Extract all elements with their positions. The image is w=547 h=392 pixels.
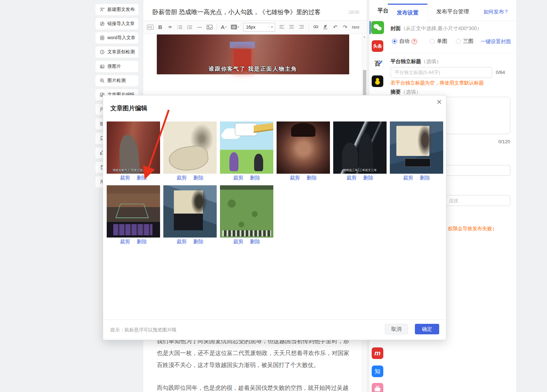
crop-link[interactable]: 裁剪 (403, 175, 413, 181)
word-import-icon (99, 35, 105, 41)
font-color-icon[interactable]: A▾ (221, 23, 227, 31)
thumb-decor (405, 158, 430, 167)
crop-link[interactable]: 裁剪 (233, 175, 244, 181)
platform-selected-bar (370, 21, 371, 34)
image-edit-modal: 文章图片编辑 × 谁跟你客气了 我是正面人物主角 明明说三年, 三年后又三年 (103, 95, 446, 340)
bg-color-icon[interactable]: ab▾ (231, 23, 239, 31)
image-thumb-game-scroll[interactable] (163, 185, 217, 238)
zhihu-icon[interactable]: 知 (372, 366, 383, 377)
horizontal-rule-icon[interactable]: — (197, 23, 203, 31)
image-ops: 裁剪删除 (390, 175, 443, 181)
delete-link[interactable]: 删除 (137, 239, 147, 245)
image-ops: 裁剪删除 (220, 175, 273, 181)
cover-option-auto[interactable]: 自动 ? (392, 38, 417, 45)
delete-link[interactable]: 删除 (250, 239, 260, 245)
redo-icon[interactable]: ↷ (342, 23, 348, 31)
article-title-input[interactable]: 卧薪尝胆 恐成唯一高光点，小人勾践，《七雄纷争》里的过客 (152, 8, 348, 16)
wechat-icon[interactable] (371, 21, 384, 34)
font-size-select[interactable]: 16px ▾ (243, 23, 275, 32)
m-platform-icon[interactable]: m (372, 347, 383, 359)
how-to-publish-link[interactable]: 如何发布？ (483, 9, 509, 15)
delete-link[interactable]: 删除 (193, 239, 204, 245)
sidebar-item-link-import[interactable]: 链接导入文章 (95, 18, 138, 29)
thumb-decor (229, 152, 238, 171)
new-post-icon (99, 7, 105, 12)
divider (388, 53, 516, 53)
article-body[interactable]: 我们单知他为了向吴国复仇而忍受的屈辱，但这越国当初传到他手里时，那也是大国一枚，… (157, 335, 349, 392)
delete-link[interactable]: 删除 (307, 175, 317, 181)
bold-icon[interactable]: B (158, 23, 163, 31)
image-thumb-game-field[interactable] (220, 185, 273, 238)
align-left-icon[interactable] (279, 23, 285, 31)
radio-auto[interactable] (392, 39, 397, 44)
align-center-icon[interactable] (289, 23, 295, 31)
thumb-decor (417, 124, 432, 156)
clear-format-icon[interactable] (323, 23, 328, 31)
baijiahao-icon[interactable]: 百 (372, 58, 383, 70)
html-source-icon[interactable]: html (352, 23, 359, 31)
delete-link[interactable]: 删除 (193, 175, 204, 181)
crop-link[interactable]: 裁剪 (290, 175, 300, 181)
crop-link[interactable]: 裁剪 (120, 175, 130, 181)
search-image-icon (99, 64, 105, 69)
image-thumb-game-dialog[interactable] (390, 121, 443, 174)
title-char-counter: 28/30 (348, 10, 359, 15)
sidebar-item-image-check[interactable]: 图片检测 (95, 75, 138, 86)
image-thumb-comic[interactable] (220, 121, 273, 174)
crop-link[interactable]: 裁剪 (347, 175, 357, 181)
delete-link[interactable]: 删除 (137, 175, 147, 181)
insert-image-icon[interactable] (207, 23, 213, 31)
align-right-icon[interactable] (299, 23, 305, 31)
unordered-list-icon[interactable] (187, 23, 193, 31)
bilibili-icon[interactable] (372, 383, 383, 392)
video-decor (230, 42, 255, 49)
toutiao-icon[interactable]: 头条 (372, 40, 383, 52)
radio-three[interactable] (456, 39, 461, 44)
crop-link[interactable]: 裁剪 (120, 239, 130, 245)
optional-hint: （选填） (421, 58, 441, 64)
image-thumb-game-battle[interactable] (107, 185, 160, 238)
tab-publish-settings[interactable]: 发布设置 (388, 4, 428, 21)
modal-hint: 提示：鼠标悬浮可以预览图片哦 (110, 327, 176, 333)
undo-icon[interactable]: ↶ (332, 23, 338, 31)
article-paragraph: 我们单知他为了向吴国复仇而忍受的屈辱，但这越国当初传到他手里时，那也是大国一枚，… (157, 335, 349, 371)
question-icon[interactable]: ? (412, 39, 417, 44)
confirm-button[interactable]: 确定 (415, 324, 439, 334)
close-icon[interactable]: × (437, 97, 442, 107)
cover-option-single[interactable]: 单图 (430, 38, 447, 45)
image-ops: 裁剪删除 (333, 175, 387, 181)
scrollbar-thumb[interactable] (363, 70, 366, 95)
blockquote-icon[interactable]: ” (167, 23, 173, 31)
article-video-frame: 谁跟你客气了 我是正面人物主角 (157, 34, 349, 74)
thumb-decor (116, 204, 149, 218)
heading-icon[interactable]: H1 (147, 25, 154, 30)
qie-icon[interactable] (372, 75, 383, 87)
cancel-button[interactable]: 取消 (385, 324, 408, 334)
article-paragraph: 而勾践即位同年，也是虎的很，趁着吴国伐楚失败的空挡，就开始跨过吴越 (157, 382, 349, 392)
image-thumb-movie-dark[interactable]: 明明说三年, 三年后又三年 (333, 121, 387, 174)
image-thumb-tv-drama[interactable]: 谁跟你客气了 我是正面人物主角 (107, 121, 160, 174)
sidebar-item-word-import[interactable]: word导入文章 (95, 32, 138, 44)
one-click-cover-link[interactable]: 一键设置封面 (481, 38, 511, 45)
find-replace-icon[interactable] (313, 23, 319, 31)
delete-link[interactable]: 删除 (420, 175, 430, 181)
independent-title-input[interactable]: 平台独立标题(5-64字) (391, 67, 492, 78)
crop-link[interactable]: 裁剪 (177, 175, 187, 181)
scroll-up-icon[interactable]: ▲ (362, 36, 367, 38)
crop-link[interactable]: 裁剪 (233, 239, 244, 245)
image-thumb-king-portrait[interactable] (277, 121, 330, 174)
ordered-list-icon[interactable] (177, 23, 183, 31)
delete-link[interactable]: 删除 (363, 175, 373, 181)
sidebar-item-originality-check[interactable]: 文章原创检测 (95, 46, 138, 58)
image-thumb-ink-painting[interactable] (163, 121, 217, 174)
publish-warning-tail: 权限会导致发布失败） (448, 226, 497, 232)
sidebar-item-new-post[interactable]: 新建图文发布 (95, 4, 138, 15)
thumb-decor (222, 230, 271, 236)
radio-label: 自动 (399, 38, 409, 45)
sidebar-item-search-image[interactable]: 搜图片 (95, 61, 138, 72)
tab-platform-manage[interactable]: 发布平台管理 (428, 4, 478, 21)
radio-single[interactable] (430, 39, 435, 44)
delete-link[interactable]: 删除 (250, 175, 260, 181)
cover-option-three[interactable]: 三图 (456, 38, 473, 45)
crop-link[interactable]: 裁剪 (177, 239, 187, 245)
